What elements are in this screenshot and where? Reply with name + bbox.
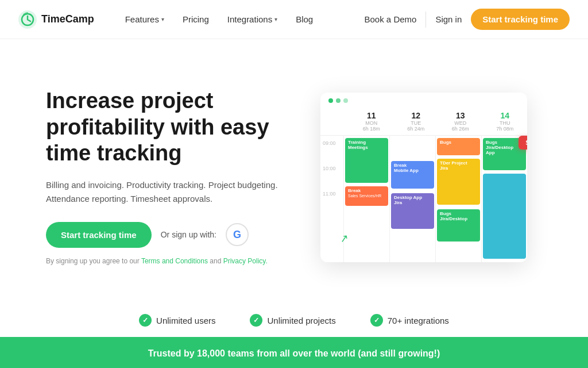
calendar-illustration: 11 MON 6h 18m 12 TUE 6h 24m 13 WED 6h 26… xyxy=(320,93,527,262)
cal-body: 09:00 10:00 11:00 TrainingMeetings Break… xyxy=(320,136,527,262)
event-break-sales: BreakSales Services/HR xyxy=(345,186,388,206)
nav-right: Book a Demo Sign in Start tracking time xyxy=(365,9,570,30)
logo[interactable]: TimeCamp xyxy=(18,10,94,29)
features-chevron-icon: ▾ xyxy=(161,16,164,22)
hero-cta-button[interactable]: Start tracking time xyxy=(46,222,152,248)
hero-subtitle: Billing and invoicing. Productivity trac… xyxy=(46,178,283,206)
event-thu-2 xyxy=(483,174,526,259)
event-break-mobile: BreakMobile App xyxy=(391,161,434,189)
feature-unlimited-users: ✓ Unlimited users xyxy=(139,314,215,327)
nav-divider xyxy=(425,12,426,28)
book-demo-link[interactable]: Book a Demo xyxy=(365,14,417,24)
stop-timer-badge[interactable]: STOP TIMER xyxy=(519,136,527,150)
terms-link[interactable]: Terms and Conditions xyxy=(141,257,208,265)
feature-integrations: ✓ 70+ integrations xyxy=(370,314,449,327)
google-signup-button[interactable]: G xyxy=(226,223,249,246)
hero-title: Increase project profitability with easy… xyxy=(46,88,283,167)
hero-actions: Start tracking time Or sign up with: G xyxy=(46,222,283,248)
trusted-banner: Trusted by 18,000 teams from all over th… xyxy=(0,337,588,368)
event-bugs-wed: Bugs xyxy=(437,138,480,155)
event-desktop-app: Desktop AppJira xyxy=(391,193,434,229)
nav-blog[interactable]: Blog xyxy=(288,10,321,29)
cal-col-tue: 12 TUE 6h 24m xyxy=(394,108,439,135)
or-signup-text: Or sign up with: xyxy=(161,230,216,239)
cal-col-mon-body: TrainingMeetings BreakSales Services/HR xyxy=(343,136,389,262)
sign-in-link[interactable]: Sign in xyxy=(435,14,462,24)
logo-icon xyxy=(18,10,37,29)
cal-dots xyxy=(320,93,527,108)
cal-col-mon: 11 MON 6h 18m xyxy=(349,108,394,135)
stop-timer-label: STOP TIMER xyxy=(525,139,527,146)
integrations-chevron-icon: ▾ xyxy=(274,16,277,22)
logo-text: TimeCamp xyxy=(41,13,94,25)
navbar: TimeCamp Features ▾ Pricing Integrations… xyxy=(0,0,588,39)
trusted-text: Trusted by 18,000 teams from all over th… xyxy=(148,348,440,358)
nav-integrations[interactable]: Integrations ▾ xyxy=(219,10,285,29)
nav-links: Features ▾ Pricing Integrations ▾ Blog xyxy=(117,10,365,29)
hero-section: Increase project profitability with easy… xyxy=(0,39,588,304)
nav-cta-button[interactable]: Start tracking time xyxy=(471,9,570,30)
cal-col-thu-body: BugsJira/DesktopApp STOP TIMER xyxy=(481,136,527,262)
feature-label-3: 70+ integrations xyxy=(388,316,449,325)
feature-label-2: Unlimited projects xyxy=(267,316,335,325)
cal-col-wed: 13 WED 6h 26m xyxy=(438,108,483,135)
feature-label-1: Unlimited users xyxy=(156,316,215,325)
cal-time-10: 10:00 xyxy=(320,164,343,190)
event-training: TrainingMeetings xyxy=(345,138,388,183)
cal-col-wed-body: Bugs TDer ProjectJira BugsJira/Desktop xyxy=(435,136,481,262)
cal-col-thu: 14 THU 7h 08m xyxy=(483,108,528,135)
cal-time-header xyxy=(320,108,349,135)
cal-header: 11 MON 6h 18m 12 TUE 6h 24m 13 WED 6h 26… xyxy=(320,108,527,136)
event-bugs-wed-2: BugsJira/Desktop xyxy=(437,209,480,241)
check-icon-2: ✓ xyxy=(250,314,262,327)
privacy-link[interactable]: Privacy Policy. xyxy=(223,257,268,265)
check-icon-3: ✓ xyxy=(370,314,383,327)
event-tder: TDer ProjectJira xyxy=(437,159,480,205)
feature-unlimited-projects: ✓ Unlimited projects xyxy=(250,314,335,327)
nav-features[interactable]: Features ▾ xyxy=(117,10,172,29)
cal-dot-3 xyxy=(343,98,348,103)
features-bar: ✓ Unlimited users ✓ Unlimited projects ✓… xyxy=(0,304,588,337)
hero-right: 11 MON 6h 18m 12 TUE 6h 24m 13 WED 6h 26… xyxy=(305,93,542,262)
terms-text: By signing up you agree to our Terms and… xyxy=(46,256,283,266)
cal-col-tue-body: BreakMobile App Desktop AppJira xyxy=(389,136,435,262)
cal-time-col: 09:00 10:00 11:00 xyxy=(320,136,343,262)
cal-dot-2 xyxy=(336,98,341,103)
cal-time-11: 11:00 xyxy=(320,190,343,215)
hero-left: Increase project profitability with easy… xyxy=(46,88,283,266)
cal-time-09: 09:00 xyxy=(320,139,343,164)
nav-pricing[interactable]: Pricing xyxy=(175,10,217,29)
check-icon-1: ✓ xyxy=(139,314,152,327)
cal-dot-1 xyxy=(328,98,333,103)
